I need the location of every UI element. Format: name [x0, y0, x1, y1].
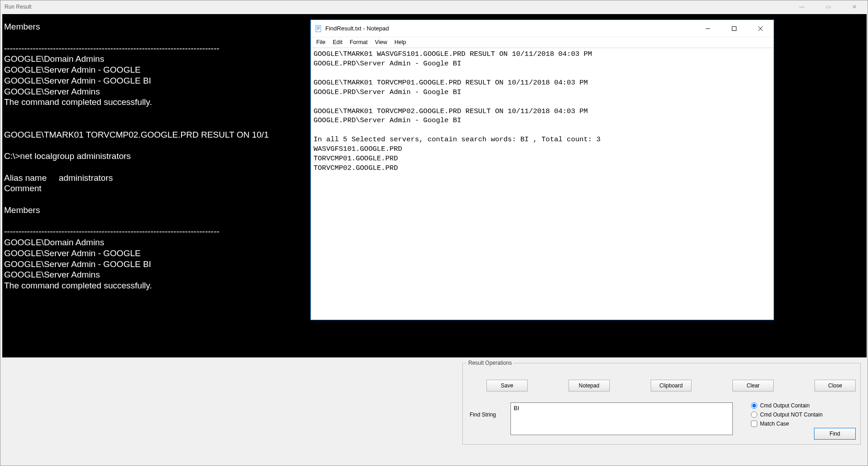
match-case-option[interactable]: Match Case [751, 421, 823, 427]
find-string-label: Find String [470, 402, 501, 418]
main-window-controls: — ▭ ✕ [789, 0, 868, 13]
match-case-checkbox[interactable] [751, 421, 757, 427]
notepad-window[interactable]: FindResult.txt - Notepad File Edit Forma… [310, 20, 774, 320]
notepad-minimize-icon[interactable] [695, 20, 721, 37]
close-button[interactable]: Close [814, 380, 856, 392]
main-titlebar[interactable]: Run Result — ▭ ✕ [0, 0, 868, 13]
cmd-output-not-contain-radio[interactable] [751, 411, 757, 418]
menu-help[interactable]: Help [391, 38, 410, 46]
cmd-output-not-contain-label: Cmd Output NOT Contain [760, 411, 823, 418]
cmd-output-contain-radio[interactable] [751, 402, 757, 409]
result-operations-legend: Result Operations [466, 360, 514, 366]
menu-view[interactable]: View [371, 38, 391, 46]
close-icon[interactable]: ✕ [841, 0, 868, 13]
find-button[interactable]: Find [814, 428, 856, 440]
result-ops-buttons-row: Save Notepad Clipboard Clear Close [486, 380, 856, 392]
notepad-window-controls [695, 20, 774, 37]
save-button[interactable]: Save [486, 380, 528, 392]
notepad-title: FindResult.txt - Notepad [325, 25, 389, 32]
notepad-maximize-icon[interactable] [721, 20, 747, 37]
cmd-output-not-contain-option[interactable]: Cmd Output NOT Contain [751, 411, 823, 418]
cmd-output-contain-label: Cmd Output Contain [760, 402, 809, 409]
svg-rect-6 [732, 27, 736, 31]
notepad-icon [314, 25, 323, 33]
match-case-label: Match Case [760, 421, 789, 427]
result-operations-fieldset: Result Operations Save Notepad Clipboard… [462, 363, 861, 445]
result-operations-panel: Result Operations Save Notepad Clipboard… [462, 363, 861, 454]
find-string-input[interactable]: BI [510, 402, 733, 435]
menu-file[interactable]: File [313, 38, 329, 46]
maximize-icon[interactable]: ▭ [815, 0, 841, 13]
menu-format[interactable]: Format [346, 38, 372, 46]
notepad-close-icon[interactable] [747, 20, 774, 37]
notepad-text-content[interactable]: GOOGLE\TMARK01 WASVGFS101.GOOGLE.PRD RES… [311, 48, 773, 319]
clipboard-button[interactable]: Clipboard [651, 380, 692, 392]
minimize-icon[interactable]: — [789, 0, 815, 13]
clear-button[interactable]: Clear [732, 380, 774, 392]
find-options: Cmd Output Contain Cmd Output NOT Contai… [751, 402, 823, 427]
main-window-title: Run Result [5, 4, 31, 10]
notepad-menubar: File Edit Format View Help [311, 37, 774, 48]
find-button-wrap: Find [814, 428, 856, 440]
menu-edit[interactable]: Edit [329, 38, 346, 46]
notepad-button[interactable]: Notepad [569, 380, 610, 392]
run-result-window: Run Result — ▭ ✕ Members ---------------… [0, 0, 868, 466]
notepad-titlebar[interactable]: FindResult.txt - Notepad [311, 20, 774, 37]
find-row: Find String BI Cmd Output Contain Cmd Ou… [467, 402, 856, 435]
cmd-output-contain-option[interactable]: Cmd Output Contain [751, 402, 823, 409]
